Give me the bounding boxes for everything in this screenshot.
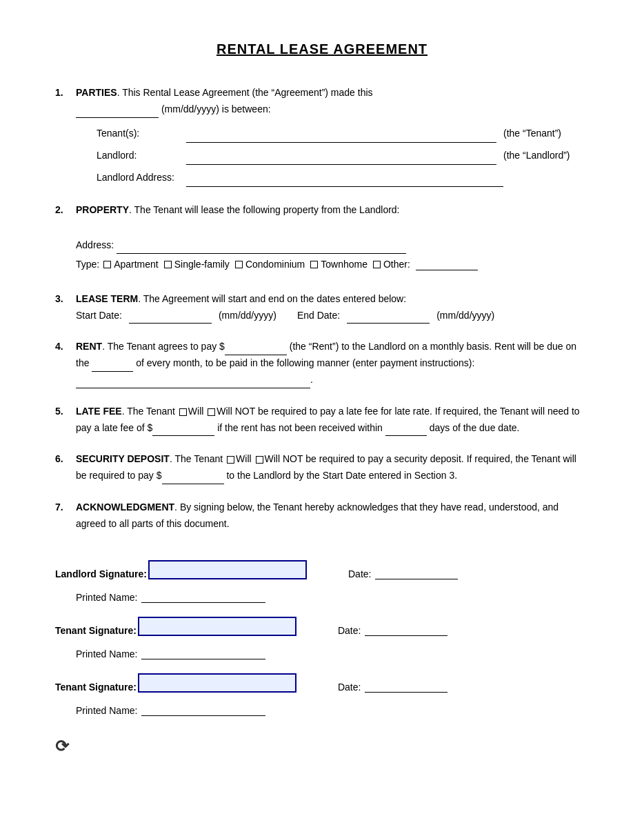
end-date-hint: (mm/dd/yyyy): [436, 308, 494, 324]
late-fee-will-label: Will: [188, 406, 204, 417]
section-5-text3: if the rent has not been received within: [214, 422, 385, 433]
end-date-label: End Date:: [297, 308, 340, 324]
late-fee-will-not-label: Will NOT: [217, 406, 255, 417]
tenant1-sig-label: Tenant Signature:: [55, 625, 137, 636]
other-label: Other:: [383, 257, 410, 273]
landlord-signature-block: Landlord Signature: Date: Printed Name:: [55, 560, 589, 603]
late-fee-days-field[interactable]: [385, 425, 427, 436]
rent-amount-field[interactable]: [225, 344, 287, 355]
deposit-will-label: Will: [236, 453, 252, 464]
landlord-address-field[interactable]: [186, 176, 503, 187]
landlord-printed-row: Printed Name:: [76, 592, 589, 603]
type-label: Type:: [76, 257, 102, 273]
section-3-number: 3.: [55, 291, 76, 308]
single-family-option[interactable]: Single-family: [164, 257, 230, 273]
townhome-checkbox[interactable]: [310, 261, 318, 268]
parties-fields: Tenant(s): (the “Tenant”) Landlord: (the…: [97, 123, 589, 187]
section-7-label: ACKNOWLEDGMENT: [76, 502, 174, 513]
landlord-signature-field[interactable]: [148, 560, 307, 579]
section-security-deposit: 6. SECURITY DEPOSIT. The Tenant Will Wil…: [55, 451, 589, 484]
tenant2-signature-field[interactable]: [138, 673, 296, 693]
dates-row: Start Date: (mm/dd/yyyy) End Date: (mm/d…: [76, 308, 589, 324]
property-address-row: Address:: [76, 237, 589, 254]
tenant2-printed-label: Printed Name:: [76, 705, 137, 716]
section-property: 2. PROPERTY. The Tenant will lease the f…: [55, 202, 589, 276]
start-date-label: Start Date:: [76, 308, 122, 324]
apartment-checkbox[interactable]: [103, 261, 111, 268]
end-date-field[interactable]: [347, 312, 430, 324]
late-fee-will-not-checkbox[interactable]: [208, 408, 215, 416]
watermark: ⟳: [55, 737, 589, 756]
tenant1-date-label: Date:: [338, 625, 361, 636]
other-field[interactable]: [416, 259, 478, 270]
late-fee-will-checkbox[interactable]: [179, 408, 187, 416]
tenant2-signature-block: Tenant Signature: Date: Printed Name:: [55, 673, 589, 716]
tenant2-printed-field[interactable]: [141, 705, 265, 716]
other-checkbox[interactable]: [373, 261, 381, 268]
tenant2-date-label: Date:: [338, 682, 361, 693]
tenant-field[interactable]: [186, 132, 496, 143]
section-5-label: LATE FEE: [76, 406, 122, 417]
apartment-option[interactable]: Apartment: [103, 257, 159, 273]
landlord-date-field[interactable]: [375, 568, 458, 579]
deposit-will-not-checkbox[interactable]: [256, 456, 263, 464]
section-1-label: PARTIES: [76, 87, 117, 98]
rent-due-day-field[interactable]: [92, 361, 133, 372]
section-4-number: 4.: [55, 339, 76, 355]
tenant1-date-field[interactable]: [365, 625, 447, 636]
section-1-intro: . This Rental Lease Agreement (the “Agre…: [117, 87, 373, 98]
tenant-label: Tenant(s):: [97, 123, 186, 143]
section-6-text3: to the Landlord by the Start Date entere…: [224, 470, 458, 481]
tenant1-printed-field[interactable]: [141, 648, 265, 659]
agreement-date-field[interactable]: [76, 107, 159, 118]
tenant2-printed-row: Printed Name:: [76, 705, 589, 716]
section-6-number: 6.: [55, 451, 76, 468]
start-date-field[interactable]: [129, 312, 212, 324]
section-4-text3: of every month, to be paid in the follow…: [133, 357, 474, 368]
section-5-text4: days of the due date.: [427, 422, 520, 433]
deposit-will-checkbox[interactable]: [227, 456, 234, 464]
condominium-option[interactable]: Condominium: [235, 257, 305, 273]
landlord-sig-label: Landlord Signature:: [55, 568, 147, 579]
address-label: Address:: [76, 239, 117, 250]
payment-instructions-field[interactable]: [76, 377, 310, 388]
section-2-text: . The Tenant will lease the following pr…: [129, 204, 400, 215]
tenant1-signature-block: Tenant Signature: Date: Printed Name:: [55, 617, 589, 659]
other-option[interactable]: Other:: [373, 257, 410, 273]
section-2-number: 2.: [55, 202, 76, 219]
landlord-address-label: Landlord Address:: [97, 168, 186, 187]
tenant1-printed-label: Printed Name:: [76, 648, 137, 659]
single-family-label: Single-family: [174, 257, 230, 273]
landlord-field[interactable]: [186, 154, 496, 165]
landlord-address-row: Landlord Address:: [97, 168, 589, 187]
section-2-label: PROPERTY: [76, 204, 129, 215]
deposit-will-not-label: Will NOT: [265, 453, 303, 464]
single-family-checkbox[interactable]: [164, 261, 172, 268]
tenant2-date-field[interactable]: [365, 682, 447, 693]
tenant1-signature-field[interactable]: [138, 617, 296, 636]
townhome-label: Townhome: [321, 257, 368, 273]
section-5-text: . The Tenant: [122, 406, 175, 417]
landlord-suffix: (the “Landlord”): [503, 146, 570, 165]
landlord-printed-field[interactable]: [141, 592, 265, 603]
watermark-icon: ⟳: [55, 737, 69, 756]
property-address-field[interactable]: [117, 243, 406, 254]
section-5-number: 5.: [55, 404, 76, 420]
section-6-text: . The Tenant: [170, 453, 223, 464]
section-late-fee: 5. LATE FEE. The Tenant Will Will NOT be…: [55, 404, 589, 437]
townhome-option[interactable]: Townhome: [310, 257, 368, 273]
deposit-amount-field[interactable]: [162, 473, 224, 484]
section-parties: 1. PARTIES. This Rental Lease Agreement …: [55, 85, 589, 187]
section-7-number: 7.: [55, 499, 76, 516]
landlord-date-label: Date:: [348, 568, 371, 579]
late-fee-amount-field[interactable]: [152, 425, 214, 436]
landlord-label: Landlord:: [97, 146, 186, 165]
section-4-label: RENT: [76, 341, 102, 352]
tenant2-date-block: Date:: [338, 682, 447, 693]
section-4-text: . The Tenant agrees to pay $: [102, 341, 225, 352]
landlord-printed-label: Printed Name:: [76, 592, 137, 603]
section-lease-term: 3. LEASE TERM. The Agreement will start …: [55, 291, 589, 324]
apartment-label: Apartment: [114, 257, 159, 273]
condominium-checkbox[interactable]: [235, 261, 243, 268]
section-3-label: LEASE TERM: [76, 293, 138, 304]
